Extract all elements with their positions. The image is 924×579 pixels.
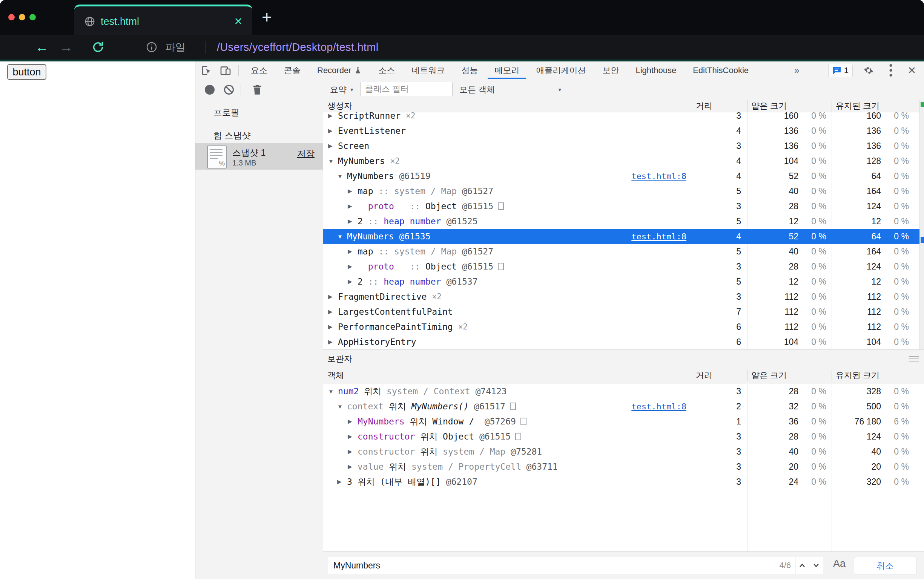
- devtools-tab-애플리케이션[interactable]: 애플리케이션: [528, 61, 594, 79]
- expand-arrow-icon[interactable]: ▶: [328, 112, 338, 119]
- heap-table-row[interactable]: ▶3 위치 (내부 배열)[] @621073240 %3200 %: [323, 474, 919, 489]
- retainers-section-header[interactable]: 보관자: [323, 349, 924, 368]
- expand-arrow-icon[interactable]: ▶: [348, 263, 357, 270]
- search-input[interactable]: MyNumbers 4/6: [328, 557, 795, 574]
- heap-table-row[interactable]: ▶constructor 위치 Object @615153280 %1240 …: [323, 429, 919, 444]
- heap-table-row[interactable]: ▼MyNumbers @61535test.html:84520 %640 %: [323, 229, 919, 244]
- devtools-tab-성능[interactable]: 성능: [453, 61, 486, 79]
- heap-table-row[interactable]: ▶Screen31360 %1360 %: [323, 138, 919, 154]
- expand-arrow-icon[interactable]: ▶: [328, 142, 338, 149]
- expand-arrow-icon[interactable]: ▶: [328, 339, 338, 345]
- inspect-element-icon[interactable]: [201, 64, 213, 77]
- heap-table-row[interactable]: ▶__proto__ :: Object @615153280 %1240 %: [323, 199, 919, 214]
- new-tab-button[interactable]: +: [262, 8, 272, 26]
- class-filter-input[interactable]: 클래스 필터: [360, 82, 452, 96]
- retainers-menu-icon[interactable]: [909, 356, 919, 361]
- expand-arrow-icon[interactable]: ▶: [348, 418, 357, 425]
- settings-gear-icon[interactable]: [863, 65, 874, 76]
- column-constructor[interactable]: 생성자: [323, 100, 692, 111]
- heap-table-row[interactable]: ▶value 위치 system / PropertyCell @6371132…: [323, 459, 919, 474]
- heap-table-row[interactable]: ▶PerformancePaintTiming×261120 %1120 %: [323, 319, 919, 334]
- minimize-window-button[interactable]: [19, 14, 25, 20]
- address-bar-url[interactable]: /Users/yceffort/Desktop/test.html: [217, 35, 378, 60]
- column-shallow-size[interactable]: 얕은 크기: [747, 370, 832, 381]
- record-heap-snapshot-button[interactable]: [205, 85, 215, 95]
- expand-arrow-icon[interactable]: ▶: [348, 433, 357, 440]
- devtools-tab-콘솔[interactable]: 콘솔: [276, 61, 309, 79]
- forward-button[interactable]: →: [60, 35, 73, 60]
- collapse-arrow-icon[interactable]: ▼: [337, 403, 347, 410]
- devtools-close-icon[interactable]: ✕: [908, 64, 916, 77]
- collapse-arrow-icon[interactable]: ▼: [337, 233, 347, 240]
- scrollbar[interactable]: [919, 100, 924, 349]
- heap-table-row[interactable]: ▼context 위치 MyNumbers() @61517test.html:…: [323, 399, 919, 414]
- devtools-tab-Recorder[interactable]: Recorder: [309, 61, 370, 79]
- cancel-search-button[interactable]: 취소: [854, 557, 916, 575]
- expand-arrow-icon[interactable]: ▶: [348, 218, 357, 225]
- heap-table-row[interactable]: ▼num2 위치 system / Context @741233280 %32…: [323, 384, 919, 399]
- device-toolbar-icon[interactable]: [220, 64, 231, 77]
- heap-table-row[interactable]: ▼MyNumbers @61519test.html:84520 %640 %: [323, 168, 919, 183]
- expand-arrow-icon[interactable]: ▶: [328, 128, 338, 134]
- save-snapshot-link[interactable]: 저장: [297, 148, 315, 159]
- clear-profiles-button[interactable]: [224, 85, 234, 95]
- heap-table-row[interactable]: ▶map :: system / Map @615275400 %1640 %: [323, 244, 919, 259]
- devtools-tab-EditThisCookie[interactable]: EditThisCookie: [685, 61, 757, 79]
- heap-table-row[interactable]: ▶__proto__ :: Object @615153280 %1240 %: [323, 259, 919, 274]
- source-location-link[interactable]: test.html:8: [631, 232, 692, 241]
- heap-table-row[interactable]: ▶AppHistoryEntry61040 %1040 %: [323, 334, 919, 349]
- retainers-header-row[interactable]: 객체 거리 얕은 크기 유지된 크기: [323, 367, 924, 384]
- column-shallow-size[interactable]: 얕은 크기: [747, 100, 832, 111]
- expand-arrow-icon[interactable]: ▶: [348, 248, 357, 255]
- heap-table-row[interactable]: ▶map :: system / Map @615275400 %1640 %: [323, 183, 919, 199]
- devtools-tab-소스[interactable]: 소스: [370, 61, 403, 79]
- heap-table-row[interactable]: ▶2 :: heap number @615255120 %120 %: [323, 214, 919, 229]
- source-location-link[interactable]: test.html:8: [631, 402, 692, 411]
- heap-table-row[interactable]: ▶ScriptRunner×231600 %1600 %: [323, 112, 919, 123]
- traffic-lights[interactable]: [8, 14, 36, 20]
- snapshot-item[interactable]: % 스냅샷 1 1.3 MB 저장: [195, 143, 323, 170]
- heap-table-row[interactable]: ▶constructor 위치 system / Map @752813400 …: [323, 444, 919, 459]
- browser-tab[interactable]: test.html ✕: [74, 5, 252, 36]
- heap-table-row[interactable]: ▶FragmentDirective×231120 %1120 %: [323, 289, 919, 304]
- column-retained-size[interactable]: 유지된 크기: [832, 370, 924, 381]
- page-button[interactable]: button: [7, 64, 46, 80]
- search-previous-button[interactable]: [795, 557, 809, 574]
- more-tabs-button[interactable]: »: [794, 61, 799, 79]
- tab-close-icon[interactable]: ✕: [234, 16, 242, 27]
- constructors-header-row[interactable]: 생성자 거리 얕은 크기 유지된 크기: [323, 100, 924, 112]
- devtools-tab-네트워크[interactable]: 네트워크: [403, 61, 453, 79]
- expand-arrow-icon[interactable]: ▶: [328, 293, 338, 300]
- expand-arrow-icon[interactable]: ▶: [328, 324, 338, 330]
- heap-table-row[interactable]: ▶MyNumbers 위치 Window / @572691360 %76 18…: [323, 414, 919, 429]
- expand-arrow-icon[interactable]: ▶: [328, 308, 338, 315]
- view-mode-dropdown[interactable]: 요약 ▾: [330, 79, 353, 100]
- reload-button[interactable]: [92, 41, 105, 54]
- devtools-menu-icon[interactable]: •••: [889, 63, 893, 78]
- expand-arrow-icon[interactable]: ▶: [348, 278, 357, 285]
- column-retained-size[interactable]: 유지된 크기: [832, 100, 924, 111]
- devtools-tab-Lighthouse[interactable]: Lighthouse: [627, 61, 685, 79]
- devtools-tab-보안[interactable]: 보안: [594, 61, 627, 79]
- devtools-tab-요소[interactable]: 요소: [242, 61, 276, 79]
- heap-table-row[interactable]: ▶EventListener41360 %1360 %: [323, 123, 919, 138]
- collapse-arrow-icon[interactable]: ▼: [328, 388, 338, 395]
- column-distance[interactable]: 거리: [692, 370, 747, 381]
- issues-badge[interactable]: 1: [828, 64, 853, 77]
- devtools-tab-메모리[interactable]: 메모리: [486, 61, 528, 79]
- expand-arrow-icon[interactable]: ▶: [348, 188, 357, 195]
- heap-table-row[interactable]: ▶LargestContentfulPaint71120 %1120 %: [323, 304, 919, 319]
- heap-table-row[interactable]: ▼MyNumbers×241040 %1280 %: [323, 154, 919, 168]
- close-window-button[interactable]: [8, 14, 15, 20]
- source-location-link[interactable]: test.html:8: [631, 172, 692, 181]
- match-case-toggle[interactable]: Aa: [833, 558, 845, 569]
- collapse-arrow-icon[interactable]: ▼: [328, 158, 338, 164]
- collapse-arrow-icon[interactable]: ▼: [337, 173, 347, 180]
- search-next-button[interactable]: [809, 557, 823, 574]
- expand-arrow-icon[interactable]: ▶: [348, 203, 357, 209]
- back-button[interactable]: ←: [35, 35, 49, 60]
- expand-arrow-icon[interactable]: ▶: [348, 448, 357, 455]
- expand-arrow-icon[interactable]: ▶: [337, 478, 347, 485]
- delete-profile-icon[interactable]: [252, 84, 262, 95]
- maximize-window-button[interactable]: [29, 14, 36, 20]
